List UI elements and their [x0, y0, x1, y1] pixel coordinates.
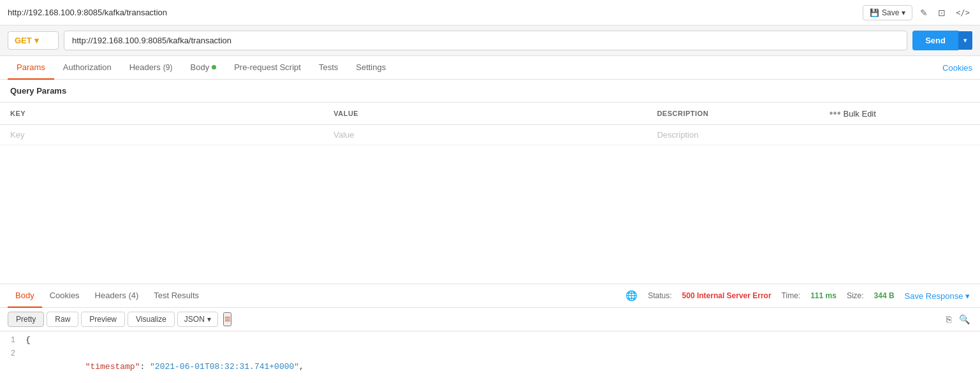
layout-icon-button[interactable]: ⊡	[935, 5, 948, 20]
pretty-button[interactable]: Pretty	[8, 312, 44, 327]
resp-tab-body[interactable]: Body	[8, 284, 42, 308]
query-params-panel: Query Params KEY VALUE DESCRIPTION ••• B…	[0, 80, 980, 284]
format-dropdown-icon: ▾	[207, 315, 211, 324]
status-label: Status:	[648, 291, 671, 300]
resp-tab-cookies[interactable]: Cookies	[42, 284, 87, 308]
tab-pre-request[interactable]: Pre-request Script	[225, 56, 310, 80]
key-cell[interactable]: Key	[0, 125, 323, 145]
code-line-2: 2 "timestamp": "2021-06-01T08:32:31.741+…	[0, 347, 980, 383]
request-tabs: Params Authorization Headers (9) Body Pr…	[0, 56, 980, 80]
save-response-dropdown-icon: ▾	[965, 291, 970, 301]
globe-icon: 🌐	[625, 290, 638, 301]
resp-tab-test-results[interactable]: Test Results	[146, 284, 207, 308]
save-button[interactable]: 💾 Save ▾	[863, 5, 912, 20]
raw-button[interactable]: Raw	[47, 312, 78, 327]
size-label: Size:	[847, 291, 864, 300]
time-label: Time:	[782, 291, 801, 300]
bulk-edit-column: ••• Bulk Edit	[819, 103, 980, 125]
description-column-header: DESCRIPTION	[647, 103, 819, 125]
headers-badge: (9)	[163, 63, 173, 72]
save-icon: 💾	[870, 8, 879, 17]
response-tabs-row: Body Cookies Headers (4) Test Results 🌐 …	[0, 284, 980, 308]
cookies-link[interactable]: Cookies	[942, 63, 972, 73]
tab-body[interactable]: Body	[182, 56, 226, 80]
tab-authorization[interactable]: Authorization	[54, 56, 121, 80]
resp-headers-badge: (4)	[128, 291, 138, 300]
title-url: http://192.168.100.9:8085/kafka/transact…	[8, 8, 167, 17]
filter-button[interactable]: ≡	[223, 312, 231, 326]
status-row: 🌐 Status: 500 Internal Server Error Time…	[625, 290, 972, 301]
key-column-header: KEY	[0, 103, 323, 125]
url-input[interactable]	[64, 31, 907, 50]
url-bar: GET ▾ Send ▾	[0, 25, 980, 56]
send-dropdown-button[interactable]: ▾	[958, 31, 972, 50]
send-main-button[interactable]: Send	[912, 31, 958, 50]
value-column-header: VALUE	[323, 103, 647, 125]
status-code: 500 Internal Server Error	[682, 291, 772, 300]
format-toolbar: Pretty Raw Preview Visualize JSON ▾ ≡ ⎘ …	[0, 308, 980, 331]
resp-tab-headers[interactable]: Headers (4)	[87, 284, 147, 308]
format-select-button[interactable]: JSON ▾	[177, 312, 218, 327]
method-label: GET	[15, 36, 32, 45]
title-bar: http://192.168.100.9:8085/kafka/transact…	[0, 0, 980, 25]
table-row: Key Value Description	[0, 125, 980, 145]
tab-tests[interactable]: Tests	[310, 56, 347, 80]
copy-button[interactable]: ⎘	[944, 312, 954, 327]
row-actions-cell	[819, 125, 980, 145]
query-params-header: Query Params	[0, 80, 980, 102]
description-cell[interactable]: Description	[647, 125, 819, 145]
value-cell[interactable]: Value	[323, 125, 647, 145]
tab-headers[interactable]: Headers (9)	[121, 56, 182, 80]
tab-settings[interactable]: Settings	[347, 56, 395, 80]
bulk-edit-button[interactable]: Bulk Edit	[844, 109, 876, 119]
size-value: 344 B	[874, 291, 895, 300]
edit-icon-button[interactable]: ✎	[918, 5, 930, 20]
search-button[interactable]: 🔍	[956, 312, 972, 327]
body-dot-indicator	[212, 65, 216, 69]
preview-button[interactable]: Preview	[81, 312, 125, 327]
visualize-button[interactable]: Visualize	[128, 312, 175, 327]
method-dropdown-icon: ▾	[34, 36, 39, 45]
params-table: KEY VALUE DESCRIPTION ••• Bulk Edit Key	[0, 102, 980, 145]
send-button-group: Send ▾	[912, 31, 972, 50]
method-select[interactable]: GET ▾	[8, 31, 59, 50]
response-code-block: 1 { 2 "timestamp": "2021-06-01T08:32:31.…	[0, 331, 980, 383]
code-line-1: 1 {	[0, 334, 980, 347]
save-response-button[interactable]: Save Response ▾	[905, 291, 970, 301]
code-button[interactable]: </>	[953, 6, 972, 20]
tab-params[interactable]: Params	[8, 56, 54, 80]
title-actions: 💾 Save ▾ ✎ ⊡ </>	[863, 5, 972, 20]
time-value: 111 ms	[810, 291, 837, 300]
save-dropdown-icon: ▾	[902, 8, 905, 17]
response-section: Body Cookies Headers (4) Test Results 🌐 …	[0, 284, 980, 383]
more-options-icon: •••	[830, 108, 841, 119]
